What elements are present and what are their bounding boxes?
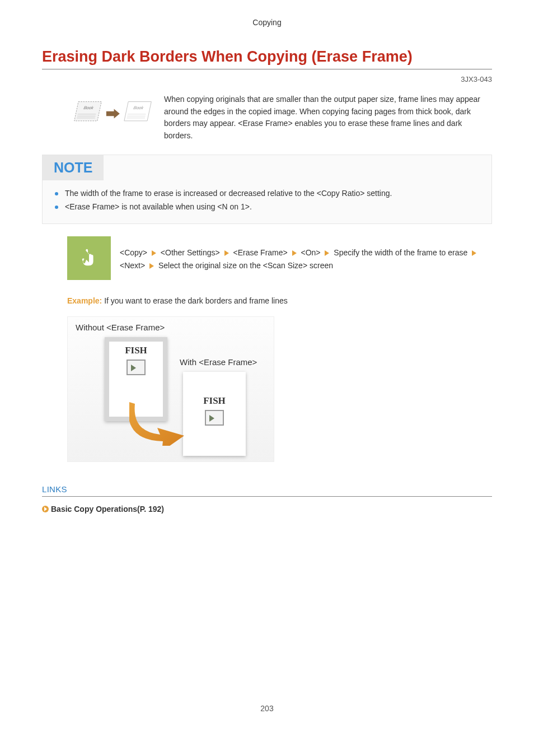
example-line: Example: If you want to erase the dark b… [67,296,492,305]
path-seg: Specify the width of the frame to erase [334,248,467,257]
page-title: Erasing Dark Borders When Copying (Erase… [42,48,492,69]
operation-path-text: <Copy> <Other Settings> <Erase Frame> <O… [111,236,492,282]
path-seg: <Erase Frame> [233,248,287,257]
path-seg: <Next> [120,261,145,270]
page-number: 203 [0,704,534,713]
note-box: NOTE The width of the frame to erase is … [42,155,492,225]
arrow-icon [149,263,154,269]
intro-row: Book Book When copying originals that ar… [42,94,492,142]
arrow-icon [325,250,329,256]
arrow-icon [292,250,297,256]
doc-code: 3JX3-043 [42,75,492,83]
figure-without-label: Without <Erase Frame> [76,323,266,332]
sample-page-with: FISH [183,372,246,456]
path-seg: <On> [301,248,321,257]
link-text: Basic Copy Operations(P. 192) [51,505,164,514]
sample-page-without: FISH [105,337,167,421]
fish-icon [127,360,146,375]
fish-text: FISH [105,345,167,356]
path-seg: <Copy> [120,248,147,257]
content-area: Erasing Dark Borders When Copying (Erase… [0,48,534,514]
svg-text:Book: Book [83,105,95,110]
fish-icon [205,410,224,426]
note-body: The width of the frame to erase is incre… [43,180,491,224]
svg-marker-5 [106,109,120,118]
example-text: If you want to erase the dark borders an… [104,296,288,305]
arrow-icon [152,250,156,256]
note-label: NOTE [43,155,104,180]
link-bullet-icon [42,506,49,512]
path-seg: <Other Settings> [161,248,220,257]
book-illustration: Book Book [70,97,148,130]
note-item: The width of the frame to erase is incre… [55,187,479,200]
arrow-icon [224,250,229,256]
arrow-icon [472,250,476,256]
figure-with-label: With <Erase Frame> [180,357,257,367]
erase-frame-figure: Without <Erase Frame> FISH With <Erase F… [67,316,274,462]
links-heading: LINKS [42,484,492,497]
path-seg: Select the original size on the <Scan Si… [158,261,333,270]
pointer-icon [67,236,111,280]
operation-path: <Copy> <Other Settings> <Erase Frame> <O… [67,236,492,282]
note-item: <Erase Frame> is not available when usin… [55,200,479,214]
fish-text: FISH [183,395,246,407]
intro-paragraph: When copying originals that are smaller … [164,94,492,142]
page-header-section: Copying [0,0,534,32]
example-label: Example: [67,296,102,305]
svg-text:Book: Book [133,105,145,110]
link-item[interactable]: Basic Copy Operations(P. 192) [42,505,492,514]
